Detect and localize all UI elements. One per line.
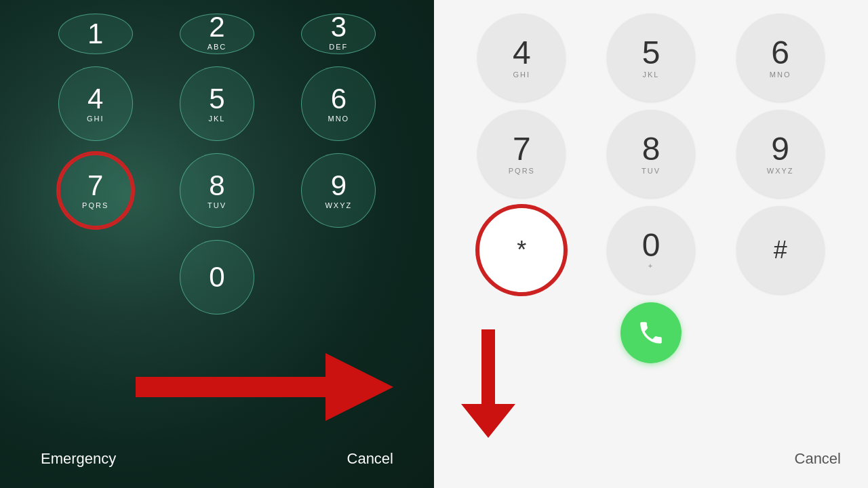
right-num-7: 7 [513,133,531,165]
left-btn-2[interactable]: 2 ABC [180,14,254,54]
right-letters-6: MNO [770,70,791,79]
left-num-4: 4 [87,85,103,113]
right-cancel-label[interactable]: Cancel [795,450,841,467]
right-bottom-dial-row: * 0 + # [434,206,868,294]
left-dial-grid: 1 2 ABC 3 DEF 4 GHI 5 JKL 6 MNO 7 PQRS 8 [0,14,434,228]
svg-marker-3 [461,404,515,438]
right-num-9: 9 [771,133,789,165]
right-btn-5[interactable]: 5 JKL [607,14,695,102]
left-num-2: 2 [209,14,224,41]
left-letters-5: JKL [209,115,226,123]
right-arrow-indicator [136,353,393,424]
right-num-star: * [517,238,526,262]
right-btn-7[interactable]: 7 PQRS [477,110,566,198]
left-num-3: 3 [331,14,347,41]
right-bottom-row: Cancel [795,450,841,468]
left-num-6: 6 [331,85,347,113]
left-num-7: 7 [87,171,103,200]
right-btn-9[interactable]: 9 WXYZ [736,110,825,198]
right-num-4: 4 [513,37,531,69]
left-letters-4: GHI [87,115,104,123]
right-dial-grid: 4 GHI 5 JKL 6 MNO 7 PQRS 8 TUV 9 WXYZ [434,14,868,198]
left-num-9: 9 [331,171,347,200]
right-letters-7: PQRS [509,167,535,175]
svg-marker-1 [326,353,393,421]
svg-rect-2 [481,329,495,411]
right-num-0: 0 [642,230,660,260]
phone-icon [637,319,665,347]
right-btn-hash[interactable]: # [736,206,825,294]
left-num-8: 8 [209,171,224,200]
left-letters-3: DEF [329,43,348,51]
right-btn-star[interactable]: * [477,206,566,294]
left-letters-6: MNO [328,115,349,123]
left-cancel-label[interactable]: Cancel [347,450,393,468]
left-btn-1[interactable]: 1 [58,14,133,54]
left-btn-7[interactable]: 7 PQRS [58,153,133,228]
right-btn-4[interactable]: 4 GHI [477,14,566,102]
left-btn-0[interactable]: 0 [180,240,254,314]
right-letters-9: WXYZ [767,167,794,175]
left-num-0: 0 [209,261,224,293]
emergency-label[interactable]: Emergency [41,450,116,468]
right-num-6: 6 [771,37,789,69]
left-btn-3[interactable]: 3 DEF [301,14,376,54]
right-letters-5: JKL [643,70,660,79]
left-zero-row: 0 [180,240,254,314]
left-letters-8: TUV [208,201,226,209]
left-num-5: 5 [209,85,224,113]
left-btn-6[interactable]: 6 MNO [301,66,376,141]
left-btn-5[interactable]: 5 JKL [180,66,254,141]
left-letters-2: ABC [208,43,227,51]
left-letters-7: PQRS [82,201,108,209]
right-btn-8[interactable]: 8 TUV [607,110,695,198]
right-btn-0[interactable]: 0 + [607,206,695,294]
right-num-hash: # [774,238,787,262]
call-button[interactable] [620,302,682,363]
down-arrow-indicator [461,329,515,441]
right-dialer-panel: 4 GHI 5 JKL 6 MNO 7 PQRS 8 TUV 9 WXYZ * [434,0,868,488]
left-btn-9[interactable]: 9 WXYZ [301,153,376,228]
left-btn-8[interactable]: 8 TUV [180,153,254,228]
left-btn-4[interactable]: 4 GHI [58,66,133,141]
right-num-5: 5 [642,37,660,69]
svg-rect-0 [136,377,339,397]
right-btn-6[interactable]: 6 MNO [736,14,825,102]
right-letters-0: + [648,262,654,270]
left-letters-9: WXYZ [325,201,352,209]
left-bottom-row: Emergency Cancel [0,450,434,468]
right-num-8: 8 [642,133,660,165]
left-num-1: 1 [87,20,103,48]
left-lockscreen-panel: 1 2 ABC 3 DEF 4 GHI 5 JKL 6 MNO 7 PQRS 8 [0,0,434,488]
right-letters-8: TUV [642,167,660,175]
right-letters-4: GHI [513,70,531,79]
